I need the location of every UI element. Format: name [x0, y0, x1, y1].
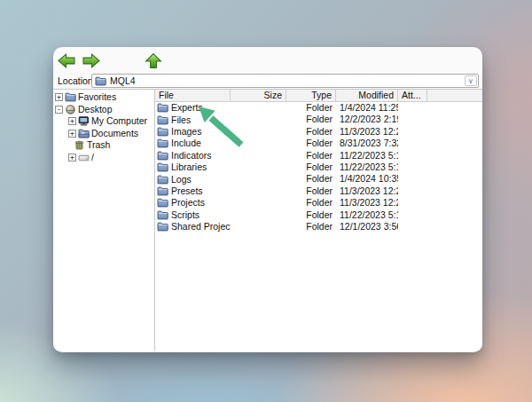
file-modified: 11/3/2023 12:2..	[336, 185, 398, 197]
folder-icon	[157, 222, 168, 232]
file-row-include[interactable]: Include Folder 8/31/2023 7:32..	[155, 138, 482, 149]
column-header-size[interactable]: Size	[231, 90, 286, 102]
file-size	[231, 221, 286, 233]
file-row-indicators[interactable]: Indicators Folder 11/22/2023 5:1..	[155, 150, 482, 162]
folder-tree: + Favorites - Desktop + My Computer +	[53, 90, 154, 351]
file-row-experts[interactable]: Experts Folder 1/4/2024 11:25..	[155, 102, 482, 114]
file-size	[231, 209, 286, 221]
file-row-presets[interactable]: Presets Folder 11/3/2023 12:2..	[155, 185, 482, 197]
file-name: Images	[171, 126, 201, 138]
combobox-dropdown-button[interactable]: ∨	[465, 75, 477, 86]
file-modified: 1/4/2024 10:35..	[336, 173, 398, 185]
collapse-toggle-icon[interactable]: -	[55, 106, 63, 114]
folder-icon	[157, 210, 168, 220]
folder-icon	[157, 127, 168, 137]
folder-icon	[157, 175, 168, 185]
expand-toggle-icon[interactable]: +	[68, 130, 76, 138]
folder-icon	[157, 103, 168, 113]
location-combobox[interactable]: MQL4 ∨	[91, 74, 479, 88]
column-header-file[interactable]: File	[155, 90, 231, 102]
location-value: MQL4	[110, 75, 136, 87]
file-type: Folder	[286, 197, 336, 209]
tree-item-label: Trash	[87, 139, 110, 152]
folder-icon	[157, 198, 168, 208]
file-type: Folder	[286, 185, 336, 197]
computer-icon	[78, 116, 90, 126]
folder-icon	[157, 115, 168, 125]
file-row-logs[interactable]: Logs Folder 1/4/2024 10:35..	[155, 173, 482, 185]
expand-toggle-icon[interactable]: +	[55, 93, 63, 101]
file-size	[231, 197, 286, 209]
file-type: Folder	[286, 150, 336, 162]
file-modified: 11/22/2023 5:1..	[336, 162, 398, 173]
folder-icon	[95, 76, 106, 86]
back-arrow-icon[interactable]	[57, 52, 76, 69]
tree-item-documents[interactable]: + Documents	[53, 128, 154, 140]
tree-item-root-drive[interactable]: + /	[53, 152, 154, 164]
file-type: Folder	[286, 102, 336, 114]
file-browser-window: Location: MQL4 ∨ + Favorites - Desktop	[53, 47, 482, 352]
tree-item-desktop[interactable]: - Desktop	[53, 104, 154, 116]
column-header-filler	[427, 90, 482, 102]
expand-toggle-icon[interactable]: +	[68, 154, 76, 162]
file-row-images[interactable]: Images Folder 11/3/2023 12:2..	[155, 126, 482, 138]
file-type: Folder	[286, 138, 336, 149]
tree-item-label: Favorites	[78, 91, 116, 104]
up-arrow-icon[interactable]	[144, 52, 163, 69]
file-name: Logs	[171, 174, 192, 185]
file-name: Scripts	[171, 209, 200, 221]
file-size	[231, 126, 286, 138]
expand-toggle-icon[interactable]: +	[68, 117, 76, 125]
tree-item-label: Documents	[91, 128, 138, 140]
tree-item-favorites[interactable]: + Favorites	[53, 91, 154, 104]
documents-icon	[78, 129, 90, 138]
file-name: Files	[171, 114, 191, 126]
file-modified: 11/3/2023 12:2..	[336, 126, 398, 138]
file-name: Projects	[171, 197, 205, 209]
column-header-modified[interactable]: Modified	[336, 90, 398, 102]
navigation-toolbar	[53, 47, 482, 73]
file-type: Folder	[286, 209, 336, 221]
tree-item-label: /	[91, 152, 94, 164]
desktop-icon	[65, 105, 76, 114]
file-type: Folder	[286, 173, 336, 185]
file-row-files[interactable]: Files Folder 12/2/2023 2:19..	[155, 114, 482, 125]
file-type: Folder	[286, 221, 336, 233]
file-row-shared-projects[interactable]: Shared Projects Folder 12/1/2023 3:56..	[155, 221, 482, 233]
column-header-type[interactable]: Type	[286, 90, 336, 102]
file-size	[231, 162, 286, 173]
file-size	[231, 102, 286, 114]
forward-arrow-icon[interactable]	[82, 52, 101, 69]
folder-icon	[157, 151, 168, 161]
file-list: File Size Type Modified Att... Experts F…	[155, 90, 482, 351]
file-type: Folder	[286, 162, 336, 173]
file-modified: 12/2/2023 2:19..	[336, 114, 398, 125]
drive-icon	[78, 153, 90, 162]
file-modified: 8/31/2023 7:32..	[336, 138, 398, 149]
file-name: Libraries	[171, 162, 207, 173]
desktop-background: Location: MQL4 ∨ + Favorites - Desktop	[0, 0, 532, 402]
file-row-scripts[interactable]: Scripts Folder 11/22/2023 5:1..	[155, 209, 482, 221]
file-type: Folder	[286, 126, 336, 138]
file-size	[231, 185, 286, 197]
file-type: Folder	[286, 114, 336, 125]
column-header-attributes[interactable]: Att...	[398, 90, 427, 102]
file-modified: 11/22/2023 5:1..	[336, 209, 398, 221]
tree-item-label: Desktop	[78, 104, 113, 116]
file-row-projects[interactable]: Projects Folder 11/3/2023 12:2..	[155, 197, 482, 209]
file-name: Experts	[171, 102, 203, 114]
file-size	[231, 173, 286, 185]
file-modified: 11/3/2023 12:2..	[336, 197, 398, 209]
file-name: Presets	[171, 185, 203, 197]
file-modified: 12/1/2023 3:56..	[336, 221, 398, 233]
tree-item-trash[interactable]: Trash	[53, 139, 154, 152]
file-modified: 1/4/2024 11:25..	[336, 102, 398, 114]
file-row-libraries[interactable]: Libraries Folder 11/22/2023 5:1..	[155, 162, 482, 173]
file-name: Indicators	[171, 150, 212, 162]
file-name: Shared Projects	[171, 221, 231, 233]
file-list-header: File Size Type Modified Att...	[155, 90, 482, 102]
tree-item-my-computer[interactable]: + My Computer	[53, 115, 154, 128]
folder-icon	[65, 92, 76, 102]
file-size	[231, 150, 286, 162]
trash-icon	[74, 140, 85, 150]
